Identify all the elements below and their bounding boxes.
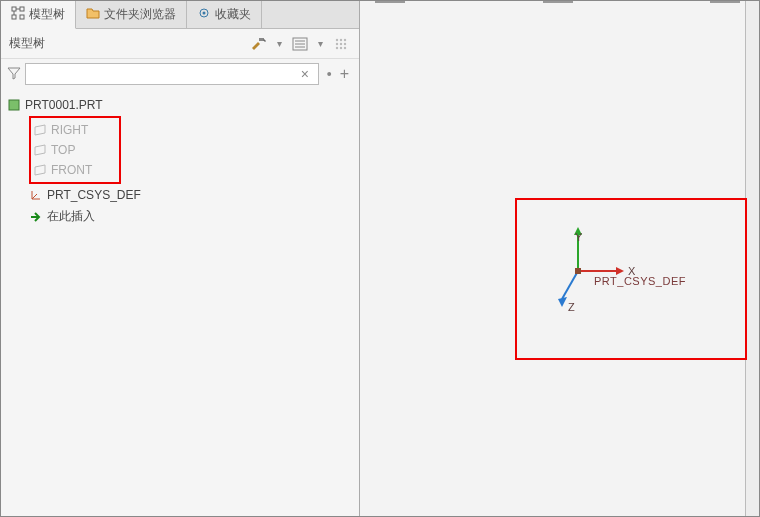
svg-point-21	[344, 46, 346, 48]
svg-point-14	[340, 38, 342, 40]
svg-point-19	[336, 46, 338, 48]
svg-rect-8	[259, 38, 264, 41]
csys-label: PRT_CSYS_DEF	[594, 275, 686, 287]
svg-point-17	[340, 42, 342, 44]
plane-icon	[33, 143, 47, 157]
add-filter-icon[interactable]: +	[336, 65, 353, 83]
tree-node-label: FRONT	[51, 163, 92, 177]
tree-insert-here[interactable]: 在此插入	[29, 205, 353, 228]
subheader: 模型树 ▾ ▾	[1, 29, 359, 59]
coordinate-system: X Y Z PRT_CSYS_DEF	[578, 271, 678, 331]
svg-point-18	[344, 42, 346, 44]
svg-point-16	[336, 42, 338, 44]
left-panel: 模型树 文件夹浏览器 收藏夹 模型树 ▾	[1, 1, 360, 516]
svg-rect-32	[575, 268, 581, 274]
tab-folder-browser[interactable]: 文件夹浏览器	[76, 1, 187, 28]
viewport-right-gutter	[745, 1, 759, 516]
star-icon	[197, 6, 211, 23]
tree-node-label: RIGHT	[51, 123, 88, 137]
folder-icon	[86, 6, 100, 23]
tool-grid-button[interactable]	[331, 35, 351, 53]
tab-favorites[interactable]: 收藏夹	[187, 1, 262, 28]
tree-node-label: TOP	[51, 143, 75, 157]
svg-rect-0	[12, 7, 16, 11]
dropdown-caret-icon[interactable]: ▾	[277, 38, 282, 49]
model-tree: PRT0001.PRT RIGHT TOP	[1, 89, 359, 234]
tab-label: 模型树	[29, 6, 65, 23]
dropdown-caret-icon[interactable]: ▾	[318, 38, 323, 49]
csys-icon	[29, 188, 43, 202]
tab-label: 文件夹浏览器	[104, 6, 176, 23]
filter-row: × • +	[1, 59, 359, 89]
svg-point-15	[344, 38, 346, 40]
svg-point-7	[203, 12, 206, 15]
svg-rect-1	[20, 7, 24, 11]
tab-label: 收藏夹	[215, 6, 251, 23]
svg-marker-27	[616, 267, 624, 275]
panel-tabs: 模型树 文件夹浏览器 收藏夹	[1, 1, 359, 29]
funnel-icon[interactable]	[7, 66, 21, 83]
plane-icon	[33, 163, 47, 177]
svg-point-20	[340, 46, 342, 48]
plane-icon	[33, 123, 47, 137]
axis-y-label: Y	[575, 231, 582, 243]
tree-csys[interactable]: PRT_CSYS_DEF	[29, 185, 353, 205]
tree-plane-top[interactable]: TOP	[33, 140, 117, 160]
svg-line-25	[32, 194, 37, 199]
tree-icon	[11, 6, 25, 23]
tree-root-node[interactable]: PRT0001.PRT	[7, 95, 353, 115]
svg-line-30	[562, 271, 578, 299]
svg-rect-2	[12, 15, 16, 19]
svg-point-13	[336, 38, 338, 40]
svg-rect-3	[20, 15, 24, 19]
tree-node-label: 在此插入	[47, 208, 95, 225]
tree-plane-right[interactable]: RIGHT	[33, 120, 117, 140]
svg-marker-31	[558, 297, 567, 307]
tree-node-label: PRT0001.PRT	[25, 98, 103, 112]
filter-input[interactable]	[25, 63, 319, 85]
tree-node-label: PRT_CSYS_DEF	[47, 188, 141, 202]
part-icon	[7, 98, 21, 112]
insert-arrow-icon	[29, 210, 43, 224]
axis-z-label: Z	[568, 301, 575, 313]
tool-list-button[interactable]	[290, 35, 310, 53]
tool-hammer-button[interactable]	[249, 35, 269, 53]
tree-plane-front[interactable]: FRONT	[33, 160, 117, 180]
top-ruler	[375, 1, 740, 7]
filter-options-icon[interactable]: •	[327, 66, 332, 82]
tab-model-tree[interactable]: 模型树	[1, 1, 76, 29]
subheader-title: 模型树	[9, 35, 45, 52]
viewport[interactable]: X Y Z PRT_CSYS_DEF	[360, 1, 759, 516]
svg-rect-22	[9, 100, 19, 110]
highlight-box-planes: RIGHT TOP FRONT	[29, 116, 121, 184]
